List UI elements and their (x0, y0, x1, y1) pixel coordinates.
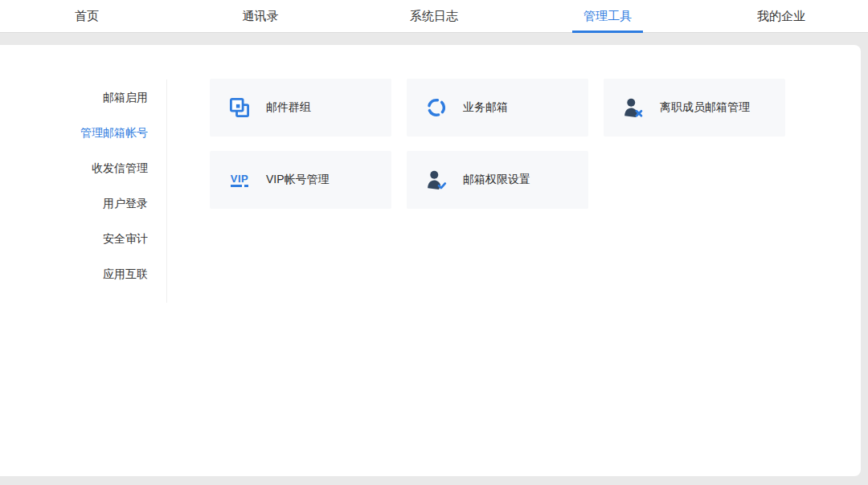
sidebar-item-send-receive-management[interactable]: 收发信管理 (0, 150, 166, 185)
card-mailbox-permission-settings-label: 邮箱权限设置 (463, 173, 530, 187)
card-vip-account-management-label: VIP帐号管理 (266, 173, 330, 187)
business-mailbox-sync-icon (425, 96, 448, 119)
card-departed-member-mailbox[interactable]: 离职成员邮箱管理 (604, 79, 785, 137)
vip-icon-text: VIP (231, 173, 248, 187)
sidebar-item-security-audit[interactable]: 安全审计 (0, 221, 166, 256)
tab-home[interactable]: 首页 (0, 0, 174, 32)
tab-contacts[interactable]: 通讯录 (174, 0, 347, 32)
card-mail-groups-label: 邮件群组 (266, 100, 311, 115)
content-area: 邮件群组 业务邮箱 (167, 45, 861, 476)
tab-admin-tools-label: 管理工具 (583, 9, 632, 24)
tab-my-enterprise[interactable]: 我的企业 (694, 0, 868, 32)
card-departed-member-mailbox-label: 离职成员邮箱管理 (660, 100, 750, 115)
active-tab-underline (572, 31, 643, 33)
main-panel: 邮箱启用 管理邮箱帐号 收发信管理 用户登录 安全审计 应用互联 邮件群组 (0, 45, 861, 476)
card-mail-groups[interactable]: 邮件群组 (210, 79, 391, 137)
card-business-mailbox-label: 业务邮箱 (463, 100, 508, 115)
mail-group-icon (228, 96, 251, 119)
card-business-mailbox[interactable]: 业务邮箱 (407, 79, 588, 137)
person-remove-icon (622, 96, 645, 119)
sidebar-item-mailbox-activation[interactable]: 邮箱启用 (0, 79, 166, 115)
sidebar-item-app-interconnection[interactable]: 应用互联 (0, 256, 166, 291)
sidebar-item-manage-mailbox-accounts[interactable]: 管理邮箱帐号 (0, 115, 166, 150)
tab-home-label: 首页 (75, 9, 99, 24)
sidebar: 邮箱启用 管理邮箱帐号 收发信管理 用户登录 安全审计 应用互联 (0, 45, 167, 476)
top-navigation: 首页 通讯录 系统日志 管理工具 我的企业 (0, 0, 868, 33)
vip-icon: VIP (228, 169, 251, 191)
tab-contacts-label: 通讯录 (243, 9, 279, 24)
tab-system-log[interactable]: 系统日志 (347, 0, 521, 32)
sidebar-menu: 邮箱启用 管理邮箱帐号 收发信管理 用户登录 安全审计 应用互联 (0, 79, 167, 303)
card-mailbox-permission-settings[interactable]: 邮箱权限设置 (407, 151, 588, 209)
tab-admin-tools[interactable]: 管理工具 (521, 0, 694, 32)
tool-card-grid: 邮件群组 业务邮箱 (210, 79, 788, 209)
sidebar-item-user-login[interactable]: 用户登录 (0, 185, 166, 221)
tab-my-enterprise-label: 我的企业 (757, 9, 805, 24)
person-check-icon (425, 169, 448, 191)
tab-system-log-label: 系统日志 (410, 9, 458, 24)
card-vip-account-management[interactable]: VIP VIP帐号管理 (210, 151, 391, 209)
